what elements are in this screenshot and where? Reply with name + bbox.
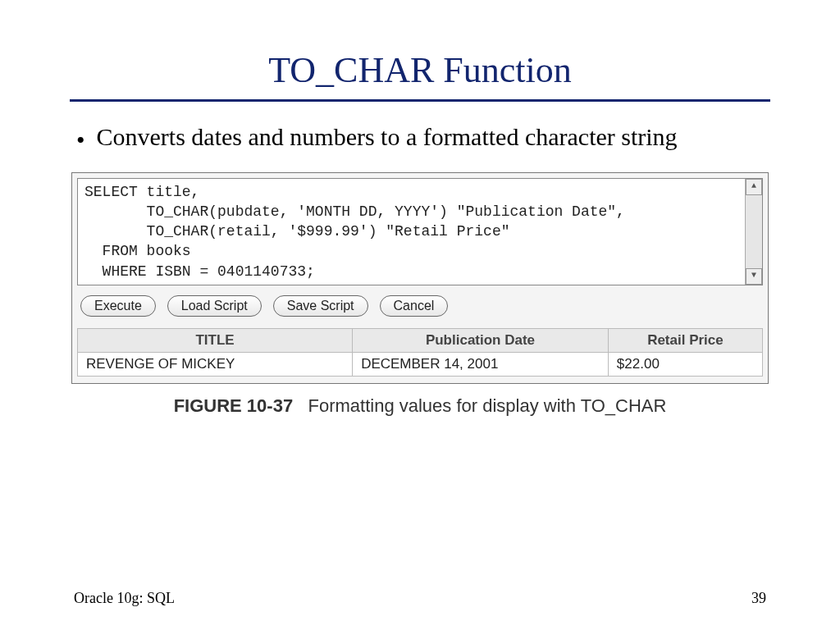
sql-code-area[interactable]: SELECT title, TO_CHAR(pubdate, 'MONTH DD…	[77, 178, 763, 285]
footer-left: Oracle 10g: SQL	[74, 590, 175, 607]
table-header-row: TITLE Publication Date Retail Price	[78, 328, 763, 352]
sql-screenshot: SELECT title, TO_CHAR(pubdate, 'MONTH DD…	[71, 172, 769, 384]
figure-caption-text: Formatting values for display with TO_CH…	[308, 395, 666, 416]
th-title: TITLE	[78, 328, 353, 352]
sql-code-text: SELECT title, TO_CHAR(pubdate, 'MONTH DD…	[84, 184, 625, 280]
td-retail: $22.00	[608, 352, 762, 376]
save-script-button[interactable]: Save Script	[273, 295, 368, 317]
footer-right: 39	[751, 590, 766, 607]
figure-caption: FIGURE 10-37 Formatting values for displ…	[70, 395, 770, 417]
load-script-button[interactable]: Load Script	[167, 295, 262, 317]
scroll-down-button[interactable]: ▼	[746, 268, 762, 285]
bullet-text: Converts dates and numbers to a formatte…	[97, 121, 770, 153]
bullet-item: • Converts dates and numbers to a format…	[76, 121, 770, 156]
slide-title: TO_CHAR Function	[70, 49, 770, 91]
table-row: REVENGE OF MICKEY DECEMBER 14, 2001 $22.…	[78, 352, 763, 376]
figure-number: FIGURE 10-37	[174, 395, 294, 416]
cancel-button[interactable]: Cancel	[380, 295, 449, 317]
td-title: REVENGE OF MICKEY	[78, 352, 353, 376]
execute-button[interactable]: Execute	[80, 295, 156, 317]
scrollbar[interactable]: ▲ ▼	[745, 179, 762, 285]
title-underline	[70, 99, 770, 102]
th-retail: Retail Price	[608, 328, 762, 352]
th-pubdate: Publication Date	[353, 328, 609, 352]
td-pubdate: DECEMBER 14, 2001	[353, 352, 609, 376]
scroll-up-button[interactable]: ▲	[746, 179, 762, 195]
button-row: Execute Load Script Save Script Cancel	[72, 294, 768, 328]
bullet-marker: •	[76, 125, 85, 156]
result-table: TITLE Publication Date Retail Price REVE…	[77, 328, 763, 377]
